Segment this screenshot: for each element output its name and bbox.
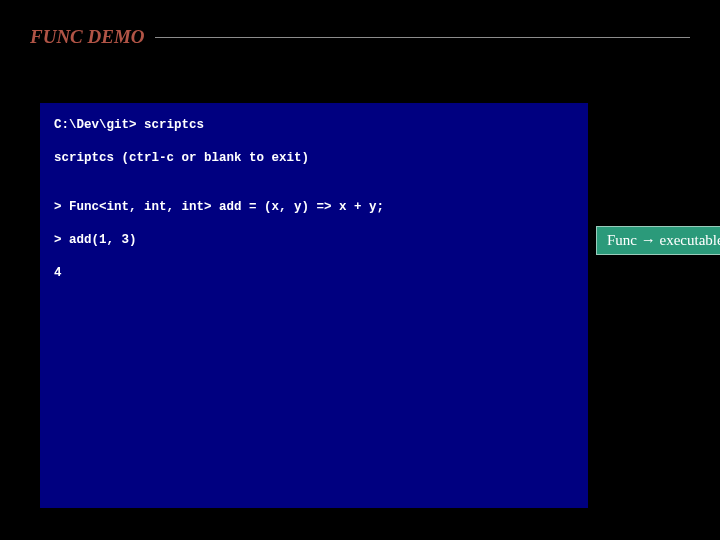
- console-input-1: > Func<int, int, int> add = (x, y) => x …: [54, 199, 574, 216]
- header-rule: [155, 37, 690, 38]
- page-title: FUNC DEMO: [30, 26, 145, 48]
- console-banner: scriptcs (ctrl-c or blank to exit): [54, 150, 574, 167]
- console-output: 4: [54, 265, 574, 282]
- console-input-2: > add(1, 3): [54, 232, 574, 249]
- slide-header: FUNC DEMO: [0, 0, 720, 48]
- badge-left: Func: [607, 232, 637, 248]
- console-window[interactable]: C:\Dev\git> scriptcs scriptcs (ctrl-c or…: [40, 103, 588, 508]
- console-prompt-line: C:\Dev\git> scriptcs: [54, 117, 574, 134]
- annotation-badge: Func → executable: [596, 226, 720, 255]
- arrow-right-icon: →: [641, 231, 656, 248]
- badge-right: executable: [660, 232, 721, 248]
